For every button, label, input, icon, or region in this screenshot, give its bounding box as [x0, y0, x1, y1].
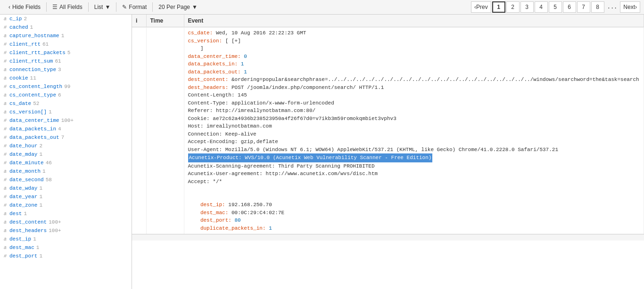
event-cell[interactable]: cs_date: Wed, 10 Aug 2016 22:22:23 GMT c…	[184, 27, 644, 234]
sidebar-item[interactable]: #date_zone 1	[0, 201, 132, 209]
chevron-down-icon-2: ▼	[192, 4, 198, 10]
sidebar-item[interactable]: #cached 1	[0, 23, 132, 32]
field-count: 100+	[61, 118, 74, 123]
sidebar-item[interactable]: #date_mday 1	[0, 150, 132, 159]
table-row: cs_date: Wed, 10 Aug 2016 22:22:23 GMT c…	[132, 27, 644, 234]
sidebar: ac_ip 2#cached 1acapture_hostname 1#clie…	[0, 15, 132, 289]
sidebar-item[interactable]: #data_center_time 100+	[0, 116, 132, 125]
sidebar-item[interactable]: #date_year 1	[0, 193, 132, 201]
field-name: capture_hostname	[9, 33, 59, 39]
page-2-button[interactable]: 2	[506, 1, 520, 13]
sidebar-item[interactable]: #date_second 58	[0, 176, 132, 184]
field-count: 61	[55, 58, 61, 64]
type-icon: a	[4, 33, 8, 39]
chevron-down-icon: ▼	[105, 4, 110, 10]
format-button[interactable]: ✎ Format	[117, 0, 151, 15]
per-page-label: 20 Per Page	[158, 4, 190, 10]
sidebar-item[interactable]: #cs_content_length 99	[0, 82, 132, 91]
sidebar-item[interactable]: acookie 11	[0, 74, 132, 82]
page-5-button[interactable]: 5	[549, 1, 562, 13]
page-6-button[interactable]: 6	[563, 1, 576, 13]
page-7-button[interactable]: 7	[577, 1, 590, 13]
sidebar-item[interactable]: adest_ip 1	[0, 235, 132, 243]
type-icon: #	[4, 25, 8, 30]
field-name: c_ip	[9, 16, 22, 22]
field-name: dest_content	[9, 219, 47, 225]
all-fields-button[interactable]: ☰ All Fields	[48, 0, 87, 15]
hide-fields-button[interactable]: ‹ Hide Fields	[4, 0, 45, 15]
field-count: 61	[42, 41, 49, 47]
sidebar-item[interactable]: #data_packets_out 7	[0, 133, 132, 142]
sidebar-item[interactable]: adest_headers 100+	[0, 226, 132, 235]
sidebar-item[interactable]: #client_rtt 61	[0, 40, 132, 48]
sidebar-item[interactable]: acs_date 52	[0, 99, 132, 108]
field-count: 52	[33, 101, 39, 106]
type-icon: #	[4, 135, 8, 140]
type-icon: a	[4, 101, 8, 106]
field-count: 1	[24, 211, 27, 217]
type-icon: #	[4, 59, 8, 64]
type-icon: #	[4, 42, 8, 47]
field-name: dest_port	[9, 253, 37, 259]
sidebar-item[interactable]: adate_month 1	[0, 167, 132, 176]
sidebar-item[interactable]: adate_wday 1	[0, 184, 132, 193]
type-icon: #	[4, 177, 8, 183]
type-icon: a	[4, 67, 8, 72]
sidebar-item[interactable]: adest_content 100+	[0, 218, 132, 226]
list-icon: ☰	[52, 4, 58, 10]
sidebar-item[interactable]: #client_rtt_sum 61	[0, 57, 132, 65]
field-count: 1	[49, 109, 52, 115]
field-name: date_year	[9, 194, 37, 200]
type-icon: a	[4, 169, 8, 174]
sidebar-item[interactable]: aconnection_type 3	[0, 65, 132, 74]
list-dropdown-button[interactable]: List ▼	[90, 0, 116, 15]
sidebar-item[interactable]: acapture_hostname 1	[0, 32, 132, 40]
page-4-button[interactable]: 4	[535, 1, 548, 13]
sidebar-item[interactable]: #date_hour 2	[0, 142, 132, 150]
type-icon: #	[4, 254, 8, 259]
data-table: i Time Event cs_date: Wed, 10 Aug 2016 2…	[132, 15, 644, 234]
type-icon: a	[4, 186, 8, 191]
page-1-button[interactable]: 1	[492, 1, 505, 13]
sidebar-item[interactable]: #dest_port 1	[0, 252, 132, 260]
separator-2	[88, 2, 89, 12]
prev-button[interactable]: ‹ Prev	[471, 1, 491, 13]
field-name: client_rtt_sum	[9, 58, 53, 64]
field-name: date_month	[9, 169, 41, 174]
page-8-button[interactable]: 8	[591, 1, 604, 13]
per-page-button[interactable]: 20 Per Page ▼	[154, 0, 202, 15]
type-icon: #	[4, 50, 8, 56]
sidebar-item[interactable]: #client_rtt_packets 5	[0, 48, 132, 57]
next-button[interactable]: Next ›	[620, 1, 640, 13]
field-name: client_rtt	[9, 41, 41, 47]
sidebar-item[interactable]: ac_ip 2	[0, 15, 132, 23]
sidebar-item[interactable]: adest 1	[0, 209, 132, 218]
sidebar-item[interactable]: #date_minute 46	[0, 159, 132, 167]
hide-fields-label: Hide Fields	[12, 4, 41, 10]
field-name: cs_version[]	[9, 109, 47, 115]
field-count: 7	[61, 135, 65, 140]
field-count: 4	[58, 126, 61, 132]
scrollbar[interactable]	[132, 234, 644, 241]
chevron-left-icon: ‹	[8, 4, 10, 10]
field-name: data_packets_out	[9, 135, 59, 140]
field-name: cs_content_length	[9, 84, 62, 89]
separator-1	[46, 2, 47, 12]
field-count: 1	[39, 253, 42, 259]
field-count: 1	[39, 194, 42, 200]
sidebar-item[interactable]: #data_packets_in 4	[0, 125, 132, 133]
sidebar-item[interactable]: adest_mac 1	[0, 243, 132, 252]
type-icon: a	[4, 220, 8, 225]
table-header-row: i Time Event	[132, 15, 644, 27]
field-name: dest_mac	[9, 245, 34, 250]
type-icon: #	[4, 127, 8, 132]
sidebar-item[interactable]: acs_content_type 6	[0, 91, 132, 99]
field-name: data_center_time	[9, 118, 59, 123]
field-name: date_hour	[9, 143, 37, 149]
field-count: 1	[36, 245, 40, 250]
field-count: 58	[46, 177, 52, 183]
content-area[interactable]: i Time Event cs_date: Wed, 10 Aug 2016 2…	[132, 15, 644, 289]
sidebar-item[interactable]: acs_version[] 1	[0, 108, 132, 116]
page-3-button[interactable]: 3	[520, 1, 534, 13]
field-name: connection_type	[9, 67, 56, 72]
